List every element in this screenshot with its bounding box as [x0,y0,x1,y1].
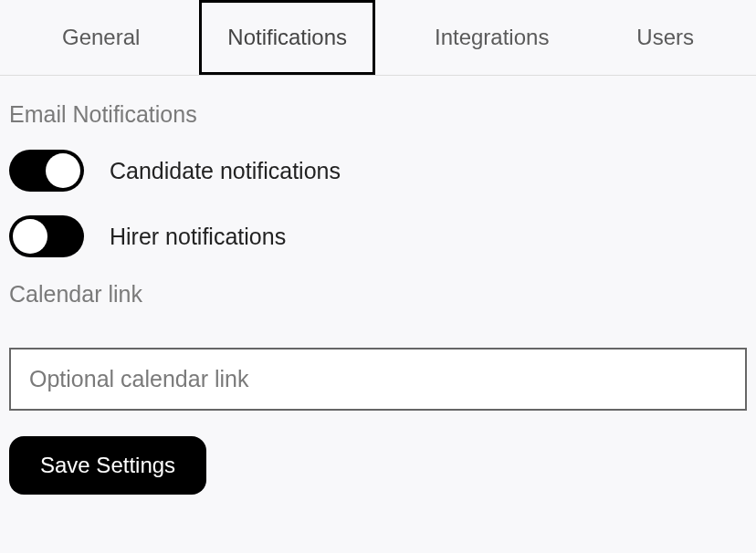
hirer-notifications-label: Hirer notifications [110,224,286,250]
tab-notifications[interactable]: Notifications [199,0,375,75]
settings-tabs: General Notifications Integrations Users [0,0,756,76]
toggle-knob [13,219,47,254]
toggle-knob [46,153,80,188]
tab-integrations[interactable]: Integrations [406,0,577,75]
hirer-notifications-row: Hirer notifications [9,215,747,257]
tab-general[interactable]: General [34,0,168,75]
calendar-link-input[interactable] [9,348,747,411]
calendar-link-section: Calendar link [9,281,747,411]
candidate-notifications-row: Candidate notifications [9,150,747,192]
candidate-notifications-label: Candidate notifications [110,158,341,184]
hirer-notifications-toggle[interactable] [9,215,84,257]
tab-content: Email Notifications Candidate notificati… [0,76,756,504]
candidate-notifications-toggle[interactable] [9,150,84,192]
tab-users[interactable]: Users [608,0,722,75]
calendar-link-title: Calendar link [9,281,747,308]
email-notifications-title: Email Notifications [9,101,747,128]
save-settings-button[interactable]: Save Settings [9,436,206,495]
